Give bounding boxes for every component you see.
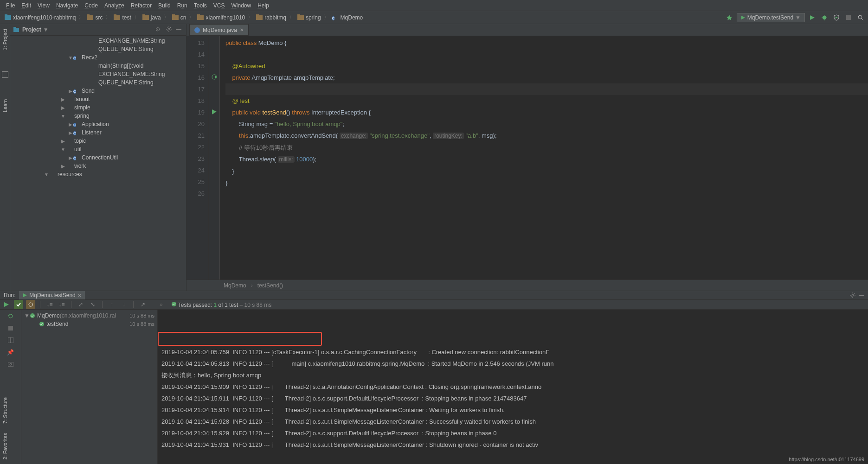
stop2-icon[interactable]	[6, 324, 15, 333]
sort-icon[interactable]: ↓≡	[45, 300, 54, 309]
tree-node[interactable]: QUEUE_NAME:String	[10, 78, 186, 87]
run-settings-icon[interactable]	[849, 292, 856, 299]
menu-code[interactable]: Code	[81, 2, 101, 9]
svg-point-29	[168, 28, 170, 30]
tree-node[interactable]: ▶simple	[10, 103, 186, 112]
sidetab-box-icon[interactable]	[2, 71, 8, 78]
breadcrumb-test[interactable]: test	[112, 14, 133, 21]
tree-node[interactable]: ▶topic	[10, 137, 186, 145]
run-config-label: MqDemo.testSend	[747, 14, 793, 21]
breadcrumb-spring[interactable]: spring	[296, 14, 323, 21]
tree-node[interactable]: QUEUE_NAME:String	[10, 45, 186, 53]
breadcrumb-rabbitmq[interactable]: rabbitmq	[254, 14, 288, 21]
settings-icon[interactable]	[166, 26, 173, 33]
console-output[interactable]: 2019-10-04 21:04:05.759 INFO 1120 --- [c…	[158, 310, 868, 464]
tree-node[interactable]: ▶CConnectionUtil	[10, 153, 186, 162]
menu-tools[interactable]: Tools	[191, 2, 210, 9]
collapse-icon[interactable]: ⊙	[155, 26, 163, 33]
tree-node[interactable]: ▼CRecv2	[10, 53, 186, 62]
tree-node[interactable]: ▶CSend	[10, 87, 186, 95]
svg-rect-11	[197, 14, 200, 16]
svg-rect-1	[5, 14, 7, 16]
menu-file[interactable]: File	[3, 2, 18, 9]
svg-rect-14	[297, 15, 304, 20]
svg-marker-16	[741, 16, 745, 19]
menu-window[interactable]: Window	[228, 2, 254, 9]
test-tree[interactable]: ▼MqDemo (cn.xiaomifeng1010.ral10 s 88 ms…	[21, 310, 158, 464]
menu-refactor[interactable]: Refactor	[128, 2, 155, 9]
project-tree[interactable]: EXCHANGE_NAME:StringQUEUE_NAME:String▼CR…	[10, 36, 186, 291]
tree-node[interactable]: main(String[]):void	[10, 62, 186, 70]
run-tab[interactable]: MqDemo.testSend ✕	[19, 291, 84, 299]
pin-icon[interactable]: 📌	[6, 348, 15, 357]
sidetab-project[interactable]: 1: Project	[1, 26, 9, 53]
tree-node[interactable]: EXCHANGE_NAME:String	[10, 70, 186, 78]
breadcrumb-xiaomifeng1010[interactable]: xiaomifeng1010	[195, 14, 247, 21]
toggle-pass-icon[interactable]	[14, 300, 23, 309]
menu-run[interactable]: Run	[174, 2, 191, 9]
tab-mqdemo[interactable]: MqDemo.java ✕	[189, 24, 249, 36]
layout-icon[interactable]	[6, 336, 15, 345]
menu-edit[interactable]: Edit	[18, 2, 34, 9]
svg-point-45	[39, 322, 44, 326]
menu-build[interactable]: Build	[155, 2, 174, 9]
sort2-icon[interactable]: ↓≡	[57, 300, 66, 309]
run-button[interactable]	[808, 13, 817, 22]
tree-node[interactable]: ▶fanout	[10, 95, 186, 103]
breadcrumb-MqDemo[interactable]: CMqDemo	[330, 14, 365, 21]
build-icon[interactable]	[725, 13, 734, 22]
tree-node[interactable]: ▼spring	[10, 112, 186, 120]
sidetab-structure[interactable]: 7: Structure	[2, 397, 8, 424]
close-runtab-icon[interactable]: ✕	[77, 293, 81, 298]
sidetab-favorites[interactable]: 2: Favorites	[2, 433, 8, 459]
debug-button[interactable]	[820, 13, 829, 22]
code-text[interactable]: public class MqDemo { @Autowired private…	[220, 36, 868, 280]
up-icon[interactable]: ↑	[107, 300, 116, 309]
tree-node[interactable]: ▶work	[10, 162, 186, 170]
search-icon[interactable]	[856, 13, 865, 22]
test-node[interactable]: testSend10 s 88 ms	[21, 320, 157, 328]
svg-rect-13	[256, 14, 259, 16]
project-title: Project	[22, 26, 41, 33]
tree-node[interactable]: EXCHANGE_NAME:String	[10, 37, 186, 45]
breadcrumb-java[interactable]: java	[141, 14, 163, 21]
sidetab-learn[interactable]: Learn	[1, 96, 9, 115]
breadcrumb-xiaomifeng1010-rabbitmq[interactable]: xiaomifeng1010-rabbitmq	[3, 14, 77, 21]
breadcrumb-cn[interactable]: cn	[170, 14, 188, 21]
tree-node[interactable]: ▼resources	[10, 170, 186, 178]
crumb-class[interactable]: MqDemo	[224, 282, 246, 289]
run-title: Run:	[4, 292, 15, 299]
stop-button[interactable]	[844, 13, 853, 22]
down-icon[interactable]: ↓	[119, 300, 129, 309]
toggle-ignore-icon[interactable]	[26, 300, 35, 309]
run-config-selector[interactable]: MqDemo.testSend ▼	[737, 13, 805, 22]
project-panel: Project ▼ ⊙ — EXCHANGE_NAME:StringQUEUE_…	[10, 24, 186, 291]
menu-help[interactable]: Help	[254, 2, 272, 9]
svg-point-36	[29, 303, 32, 306]
run-hide-icon[interactable]: —	[859, 292, 864, 299]
coverage-button[interactable]	[832, 13, 841, 22]
export-icon[interactable]: ↗	[138, 300, 148, 309]
screenshot-icon[interactable]	[6, 360, 15, 369]
svg-rect-10	[197, 15, 204, 20]
breadcrumb-src[interactable]: src	[85, 14, 104, 21]
collapse-icon[interactable]: ⤡	[88, 300, 97, 309]
menu-vcs[interactable]: VCS	[210, 2, 228, 9]
gutter-icons	[209, 36, 220, 280]
tree-node[interactable]: ▼util	[10, 145, 186, 153]
menu-navigate[interactable]: Navigate	[53, 2, 81, 9]
svg-marker-23	[836, 17, 838, 19]
close-tab-icon[interactable]: ✕	[240, 27, 244, 32]
rerun2-icon[interactable]	[6, 311, 15, 321]
hide-icon[interactable]: —	[176, 26, 183, 33]
highlight-box	[158, 332, 322, 346]
rerun-icon[interactable]	[2, 300, 11, 309]
test-node[interactable]: ▼MqDemo (cn.xiaomifeng1010.ral10 s 88 ms	[21, 311, 157, 320]
menu-analyze[interactable]: Analyze	[101, 2, 128, 9]
tree-node[interactable]: ▶CApplication	[10, 120, 186, 128]
expand-icon[interactable]: ⤢	[76, 300, 85, 309]
svg-point-34	[852, 294, 854, 296]
menu-view[interactable]: View	[34, 2, 53, 9]
crumb-method[interactable]: testSend()	[257, 282, 283, 289]
tree-node[interactable]: ▶CListener	[10, 128, 186, 137]
